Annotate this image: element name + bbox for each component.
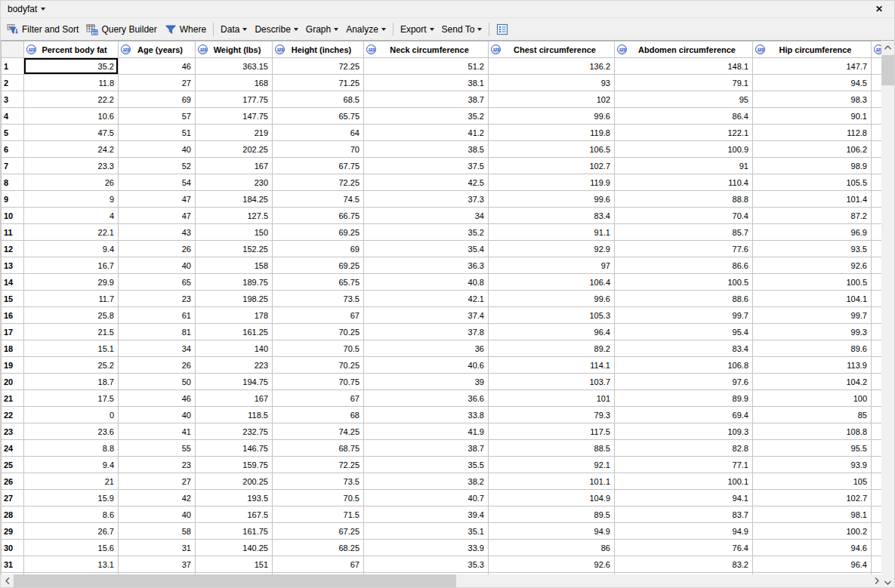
grid-cell[interactable]: 83.4: [615, 340, 753, 357]
row-number-cell[interactable]: 1: [2, 58, 24, 75]
grid-cell[interactable]: 86.6: [615, 257, 753, 274]
grid-cell[interactable]: 85: [753, 407, 872, 423]
grid-cell[interactable]: 67: [273, 556, 364, 573]
grid-cell[interactable]: 39.4: [364, 506, 489, 523]
grid-cell[interactable]: 8.6: [24, 506, 119, 523]
grid-cell[interactable]: 168: [196, 75, 273, 91]
grid-cell[interactable]: 92.6: [489, 556, 615, 573]
grid-cell[interactable]: 40.7: [364, 490, 489, 506]
grid-cell[interactable]: 42.1: [364, 291, 489, 307]
grid-cell[interactable]: 232.75: [196, 423, 273, 440]
grid-cell[interactable]: 64: [273, 125, 364, 141]
grid-cell[interactable]: 18.7: [24, 374, 119, 390]
grid-cell[interactable]: 47.5: [24, 125, 119, 141]
grid-cell[interactable]: 100.5: [615, 274, 753, 291]
scroll-up-arrow-icon[interactable]: [881, 41, 894, 54]
grid-cell[interactable]: 104.9: [489, 490, 615, 506]
grid-cell[interactable]: 25.2: [24, 357, 119, 374]
grid-cell[interactable]: 69: [273, 241, 364, 257]
grid-cell[interactable]: 178: [196, 307, 273, 324]
grid-cell[interactable]: 99.6: [489, 291, 615, 307]
grid-cell[interactable]: 89.9: [615, 390, 753, 407]
grid-cell[interactable]: 73.5: [273, 473, 364, 490]
grid-cell[interactable]: 148.1: [615, 58, 753, 75]
grid-cell[interactable]: 72.25: [273, 174, 364, 191]
grid-cell[interactable]: 41.2: [364, 125, 489, 141]
grid-cell[interactable]: 36.6: [364, 390, 489, 407]
grid-cell[interactable]: 67.75: [273, 158, 364, 174]
grid-cell[interactable]: 223: [196, 357, 273, 374]
grid-cell[interactable]: 26: [119, 241, 196, 257]
grid-cell[interactable]: 69.25: [273, 224, 364, 241]
grid-cell[interactable]: 87.2: [753, 208, 872, 224]
send-to-menu-button[interactable]: Send To: [438, 22, 486, 37]
grid-cell[interactable]: 26.7: [24, 523, 119, 540]
grid-cell[interactable]: 68.75: [273, 440, 364, 457]
grid-cell[interactable]: 105.5: [753, 174, 872, 191]
grid-cell[interactable]: 159.75: [196, 457, 273, 473]
grid-cell[interactable]: 98.9: [753, 158, 872, 174]
grid-cell[interactable]: 72.25: [273, 58, 364, 75]
grid-cell[interactable]: 51.2: [364, 58, 489, 75]
grid-cell[interactable]: 99.7: [753, 307, 872, 324]
grid-cell[interactable]: 47: [119, 191, 196, 208]
row-number-cell[interactable]: 11: [2, 224, 24, 241]
grid-cell[interactable]: 31: [119, 540, 196, 556]
grid-cell[interactable]: 70.5: [273, 490, 364, 506]
grid-cell[interactable]: 104.1: [753, 291, 872, 307]
graph-menu-button[interactable]: Graph: [302, 22, 342, 37]
column-header[interactable]: 123Age (years): [119, 42, 196, 58]
grid-cell[interactable]: 100.1: [615, 473, 753, 490]
grid-cell[interactable]: 100.5: [753, 274, 872, 291]
grid-cell[interactable]: 38.7: [364, 91, 489, 108]
grid-cell[interactable]: 37.4: [364, 307, 489, 324]
grid-cell[interactable]: 40.8: [364, 274, 489, 291]
grid-cell[interactable]: 35.2: [24, 58, 119, 75]
row-number-cell[interactable]: 6: [2, 141, 24, 158]
grid-cell[interactable]: 26: [119, 357, 196, 374]
grid-cell[interactable]: 42: [119, 490, 196, 506]
grid-cell[interactable]: 15.1: [24, 340, 119, 357]
grid-cell[interactable]: 106.4: [489, 274, 615, 291]
row-number-cell[interactable]: 31: [2, 556, 24, 573]
row-number-cell[interactable]: 5: [2, 125, 24, 141]
grid-cell[interactable]: 9.4: [24, 457, 119, 473]
grid-cell[interactable]: 46: [119, 390, 196, 407]
grid-cell[interactable]: 17.5: [24, 390, 119, 407]
grid-cell[interactable]: 23: [119, 291, 196, 307]
grid-cell[interactable]: 54: [119, 174, 196, 191]
grid-cell[interactable]: 35.2: [364, 108, 489, 125]
grid-cell[interactable]: 23: [119, 457, 196, 473]
grid-cell[interactable]: 33.9: [364, 540, 489, 556]
grid-cell[interactable]: 70.5: [273, 340, 364, 357]
grid-cell[interactable]: 68.5: [273, 91, 364, 108]
grid-cell[interactable]: 152.25: [196, 241, 273, 257]
grid-cell[interactable]: 93.9: [753, 457, 872, 473]
row-number-cell[interactable]: 24: [2, 440, 24, 457]
grid-cell[interactable]: 118.5: [196, 407, 273, 423]
grid-cell[interactable]: 74.5: [273, 191, 364, 208]
grid-cell[interactable]: 67.25: [273, 523, 364, 540]
scroll-right-arrow-icon[interactable]: [870, 574, 883, 587]
row-number-cell[interactable]: 21: [2, 390, 24, 407]
grid-cell[interactable]: 95.4: [615, 324, 753, 340]
row-number-cell[interactable]: 27: [2, 490, 24, 506]
grid-cell[interactable]: 37.3: [364, 191, 489, 208]
grid-cell[interactable]: 40: [119, 141, 196, 158]
grid-cell[interactable]: 34: [364, 208, 489, 224]
row-number-cell[interactable]: 28: [2, 506, 24, 523]
grid-cell[interactable]: 98.3: [753, 91, 872, 108]
grid-cell[interactable]: 61: [119, 307, 196, 324]
grid-cell[interactable]: 92.6: [753, 257, 872, 274]
scroll-left-arrow-icon[interactable]: [1, 574, 14, 587]
grid-cell[interactable]: 92.9: [489, 241, 615, 257]
grid-cell[interactable]: 38.1: [364, 75, 489, 91]
grid-cell[interactable]: 95.5: [753, 440, 872, 457]
grid-cell[interactable]: 99.6: [489, 108, 615, 125]
grid-cell[interactable]: 9: [24, 191, 119, 208]
grid-cell[interactable]: 52: [119, 158, 196, 174]
grid-cell[interactable]: 33.8: [364, 407, 489, 423]
properties-button[interactable]: [492, 21, 512, 38]
grid-cell[interactable]: 51: [119, 125, 196, 141]
grid-cell[interactable]: 40: [119, 506, 196, 523]
